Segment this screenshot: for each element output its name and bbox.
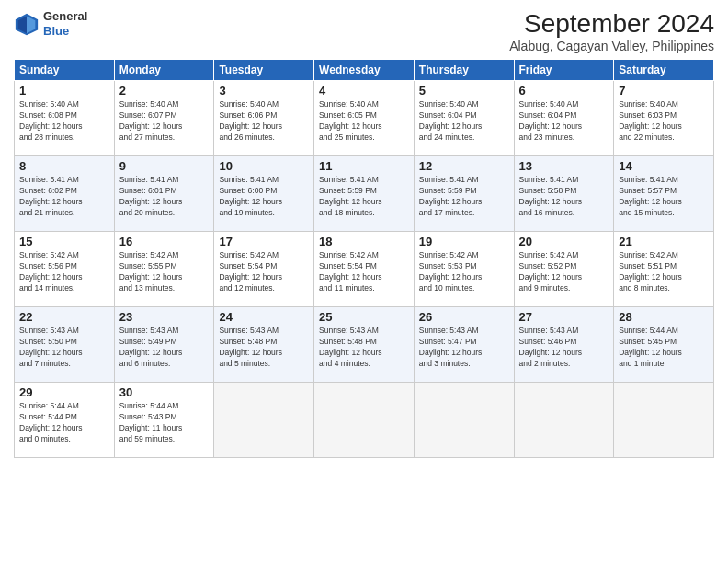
column-header-monday: Monday: [114, 60, 214, 81]
logo-general: General: [43, 9, 87, 24]
day-cell: 1Sunrise: 5:40 AM Sunset: 6:08 PM Daylig…: [15, 81, 115, 156]
day-cell: 7Sunrise: 5:40 AM Sunset: 6:03 PM Daylig…: [614, 81, 714, 156]
day-number: 28: [619, 310, 709, 324]
day-number: 14: [619, 159, 709, 173]
day-cell: 18Sunrise: 5:42 AM Sunset: 5:54 PM Dayli…: [314, 232, 415, 307]
day-info: Sunrise: 5:42 AM Sunset: 5:54 PM Dayligh…: [219, 250, 309, 294]
day-cell: 26Sunrise: 5:43 AM Sunset: 5:47 PM Dayli…: [414, 307, 514, 383]
day-info: Sunrise: 5:43 AM Sunset: 5:48 PM Dayligh…: [219, 326, 309, 370]
logo-blue: Blue: [43, 24, 87, 39]
column-header-tuesday: Tuesday: [214, 60, 314, 81]
day-info: Sunrise: 5:40 AM Sunset: 6:06 PM Dayligh…: [219, 99, 309, 144]
week-row-4: 22Sunrise: 5:43 AM Sunset: 5:50 PM Dayli…: [15, 307, 714, 383]
day-cell: 11Sunrise: 5:41 AM Sunset: 5:59 PM Dayli…: [314, 156, 415, 232]
day-number: 17: [219, 235, 309, 248]
day-number: 9: [119, 159, 210, 173]
day-number: 4: [319, 84, 409, 98]
day-info: Sunrise: 5:42 AM Sunset: 5:54 PM Dayligh…: [319, 250, 409, 294]
day-info: Sunrise: 5:41 AM Sunset: 5:59 PM Dayligh…: [419, 175, 509, 219]
day-cell: 30Sunrise: 5:44 AM Sunset: 5:43 PM Dayli…: [114, 383, 214, 458]
title-block: September 2024 Alabug, Cagayan Valley, P…: [509, 9, 714, 53]
day-number: 13: [519, 159, 609, 173]
day-info: Sunrise: 5:42 AM Sunset: 5:52 PM Dayligh…: [519, 250, 609, 294]
day-cell: [514, 383, 614, 458]
day-info: Sunrise: 5:40 AM Sunset: 6:08 PM Dayligh…: [19, 99, 109, 144]
day-number: 25: [319, 310, 409, 324]
day-cell: 14Sunrise: 5:41 AM Sunset: 5:57 PM Dayli…: [614, 156, 714, 232]
day-cell: 2Sunrise: 5:40 AM Sunset: 6:07 PM Daylig…: [114, 81, 214, 156]
day-cell: 22Sunrise: 5:43 AM Sunset: 5:50 PM Dayli…: [15, 307, 115, 383]
day-info: Sunrise: 5:40 AM Sunset: 6:04 PM Dayligh…: [419, 99, 509, 144]
day-number: 22: [19, 310, 109, 324]
day-cell: 15Sunrise: 5:42 AM Sunset: 5:56 PM Dayli…: [15, 232, 115, 307]
day-number: 26: [419, 310, 509, 324]
day-cell: 19Sunrise: 5:42 AM Sunset: 5:53 PM Dayli…: [414, 232, 514, 307]
logo-text: General Blue: [43, 9, 87, 38]
day-cell: 29Sunrise: 5:44 AM Sunset: 5:44 PM Dayli…: [15, 383, 115, 458]
day-info: Sunrise: 5:42 AM Sunset: 5:53 PM Dayligh…: [419, 250, 509, 294]
column-header-saturday: Saturday: [614, 60, 714, 81]
day-number: 23: [119, 310, 210, 324]
day-info: Sunrise: 5:40 AM Sunset: 6:03 PM Dayligh…: [619, 99, 709, 144]
day-cell: 12Sunrise: 5:41 AM Sunset: 5:59 PM Dayli…: [414, 156, 514, 232]
day-cell: 8Sunrise: 5:41 AM Sunset: 6:02 PM Daylig…: [15, 156, 115, 232]
day-info: Sunrise: 5:40 AM Sunset: 6:05 PM Dayligh…: [319, 99, 409, 144]
day-number: 7: [619, 84, 709, 98]
day-number: 21: [619, 235, 709, 248]
day-cell: [214, 383, 314, 458]
page: General Blue September 2024 Alabug, Caga…: [0, 0, 728, 563]
day-info: Sunrise: 5:44 AM Sunset: 5:43 PM Dayligh…: [119, 401, 210, 445]
column-header-friday: Friday: [514, 60, 614, 81]
day-info: Sunrise: 5:43 AM Sunset: 5:47 PM Dayligh…: [419, 326, 509, 370]
day-cell: 5Sunrise: 5:40 AM Sunset: 6:04 PM Daylig…: [414, 81, 514, 156]
day-info: Sunrise: 5:42 AM Sunset: 5:56 PM Dayligh…: [19, 250, 109, 294]
day-cell: 27Sunrise: 5:43 AM Sunset: 5:46 PM Dayli…: [514, 307, 614, 383]
calendar-table: SundayMondayTuesdayWednesdayThursdayFrid…: [14, 59, 714, 458]
day-cell: 3Sunrise: 5:40 AM Sunset: 6:06 PM Daylig…: [214, 81, 314, 156]
logo-icon: [14, 11, 40, 37]
day-cell: 23Sunrise: 5:43 AM Sunset: 5:49 PM Dayli…: [114, 307, 214, 383]
day-cell: 4Sunrise: 5:40 AM Sunset: 6:05 PM Daylig…: [314, 81, 415, 156]
day-number: 1: [19, 84, 109, 98]
week-row-1: 1Sunrise: 5:40 AM Sunset: 6:08 PM Daylig…: [15, 81, 714, 156]
day-info: Sunrise: 5:40 AM Sunset: 6:04 PM Dayligh…: [519, 99, 609, 144]
day-number: 8: [19, 159, 109, 173]
day-info: Sunrise: 5:43 AM Sunset: 5:48 PM Dayligh…: [319, 326, 409, 370]
month-title: September 2024: [509, 9, 714, 39]
day-info: Sunrise: 5:41 AM Sunset: 6:00 PM Dayligh…: [219, 175, 309, 219]
day-number: 5: [419, 84, 509, 98]
day-info: Sunrise: 5:44 AM Sunset: 5:45 PM Dayligh…: [619, 326, 709, 370]
location-title: Alabug, Cagayan Valley, Philippines: [509, 39, 714, 53]
day-number: 15: [19, 235, 109, 248]
column-header-wednesday: Wednesday: [314, 60, 415, 81]
week-row-3: 15Sunrise: 5:42 AM Sunset: 5:56 PM Dayli…: [15, 232, 714, 307]
day-number: 27: [519, 310, 609, 324]
day-info: Sunrise: 5:43 AM Sunset: 5:49 PM Dayligh…: [119, 326, 210, 370]
day-cell: 28Sunrise: 5:44 AM Sunset: 5:45 PM Dayli…: [614, 307, 714, 383]
day-info: Sunrise: 5:41 AM Sunset: 6:02 PM Dayligh…: [19, 175, 109, 219]
day-cell: 13Sunrise: 5:41 AM Sunset: 5:58 PM Dayli…: [514, 156, 614, 232]
day-number: 19: [419, 235, 509, 248]
day-info: Sunrise: 5:44 AM Sunset: 5:44 PM Dayligh…: [19, 401, 109, 445]
day-info: Sunrise: 5:41 AM Sunset: 5:57 PM Dayligh…: [619, 175, 709, 219]
day-number: 24: [219, 310, 309, 324]
day-cell: [614, 383, 714, 458]
week-row-5: 29Sunrise: 5:44 AM Sunset: 5:44 PM Dayli…: [15, 383, 714, 458]
day-number: 3: [219, 84, 309, 98]
day-number: 2: [119, 84, 210, 98]
day-cell: 25Sunrise: 5:43 AM Sunset: 5:48 PM Dayli…: [314, 307, 415, 383]
column-header-row: SundayMondayTuesdayWednesdayThursdayFrid…: [15, 60, 714, 81]
week-row-2: 8Sunrise: 5:41 AM Sunset: 6:02 PM Daylig…: [15, 156, 714, 232]
day-cell: 16Sunrise: 5:42 AM Sunset: 5:55 PM Dayli…: [114, 232, 214, 307]
column-header-sunday: Sunday: [15, 60, 115, 81]
day-number: 18: [319, 235, 409, 248]
day-cell: [314, 383, 415, 458]
day-number: 30: [119, 385, 210, 399]
day-info: Sunrise: 5:40 AM Sunset: 6:07 PM Dayligh…: [119, 99, 210, 144]
day-info: Sunrise: 5:41 AM Sunset: 5:59 PM Dayligh…: [319, 175, 409, 219]
day-info: Sunrise: 5:43 AM Sunset: 5:50 PM Dayligh…: [19, 326, 109, 370]
day-info: Sunrise: 5:41 AM Sunset: 6:01 PM Dayligh…: [119, 175, 210, 219]
day-number: 20: [519, 235, 609, 248]
day-cell: 6Sunrise: 5:40 AM Sunset: 6:04 PM Daylig…: [514, 81, 614, 156]
day-cell: 10Sunrise: 5:41 AM Sunset: 6:00 PM Dayli…: [214, 156, 314, 232]
